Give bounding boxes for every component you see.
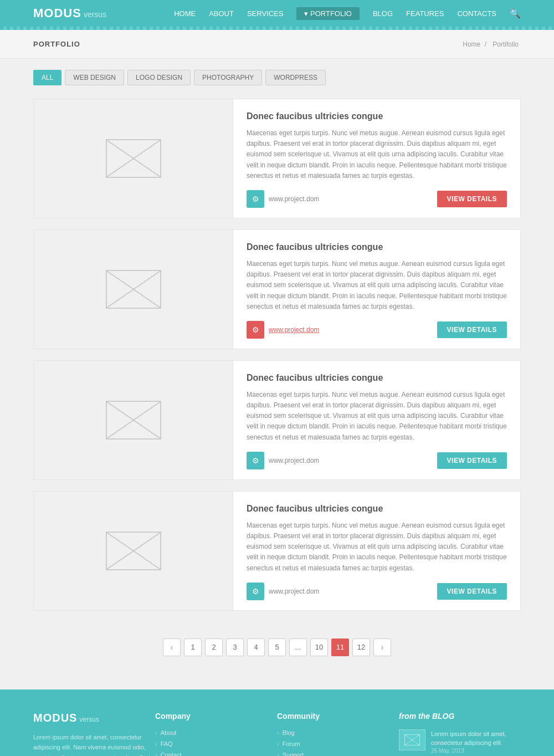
portfolio-content: Donec faucibus ultricies congue Maecenas…: [233, 492, 520, 610]
item-footer: ⚙ www.project.dom VIEW DETAILS: [247, 321, 507, 339]
footer-col-community: Community Blog Forum Support Newsletter: [277, 712, 399, 756]
item-desc: Maecenas eget turpis turpis. Nunc vel me…: [247, 128, 507, 181]
pagination-page-4[interactable]: 4: [247, 638, 265, 656]
image-placeholder: [106, 532, 161, 570]
image-placeholder: [106, 139, 161, 178]
nav-contacts[interactable]: CONTACTS: [457, 9, 496, 18]
logo-modus: MODUS: [33, 6, 81, 21]
item-footer: ⚙ www.project.dom VIEW DETAILS: [247, 583, 507, 600]
pagination-page-2[interactable]: 2: [205, 638, 223, 656]
nav-about[interactable]: ABOUT: [209, 9, 234, 18]
footer-blog-link[interactable]: Blog: [277, 729, 399, 736]
nav-portfolio[interactable]: ▾ PORTFOLIO: [296, 7, 360, 20]
footer-logo-versus: versus: [79, 716, 99, 723]
filter-wordpress[interactable]: WORDPRESS: [265, 70, 326, 85]
footer-col-company: Company About FAQ Contact Terms Privacy …: [155, 712, 277, 756]
portfolio-item: Donec faucibus ultricies congue Maecenas…: [33, 360, 521, 480]
filter-tabs: ALL WEB DESIGN LOGO DESIGN PHOTOGRAPHY W…: [33, 70, 521, 85]
footer-company-list: About FAQ Contact Terms Privacy Testimon…: [155, 729, 277, 756]
pagination-page-1[interactable]: 1: [184, 638, 202, 656]
footer-faq[interactable]: FAQ: [155, 740, 277, 747]
portfolio-image: [34, 99, 233, 218]
breadcrumb-home[interactable]: Home: [463, 40, 480, 48]
footer-col-blog: from the BLOG Lorem ipsum dolor sit amet…: [399, 712, 521, 756]
view-details-button[interactable]: VIEW DETAILS: [437, 452, 507, 469]
item-desc: Maecenas eget turpis turpis. Nunc vel me…: [247, 259, 507, 312]
footer: MODUS versus Lorem ipsum dolor sit amet,…: [0, 689, 554, 756]
nav-services[interactable]: SERVICES: [247, 9, 284, 18]
blog-item-date: 26 May, 2013: [431, 748, 521, 754]
footer-blog-title: from the BLOG: [399, 712, 521, 721]
pagination: ‹ 1 2 3 4 5 ... 10 11 12 ›: [33, 622, 521, 667]
view-details-button[interactable]: VIEW DETAILS: [437, 583, 507, 600]
portfolio-item: Donec faucibus ultricies congue Maecenas…: [33, 99, 521, 218]
pagination-page-3[interactable]: 3: [226, 638, 244, 656]
footer-company-title: Company: [155, 712, 277, 721]
main-content: ALL WEB DESIGN LOGO DESIGN PHOTOGRAPHY W…: [0, 59, 554, 689]
item-title: Donec faucibus ultricies congue: [247, 111, 507, 121]
page-title: PORTFOLIO: [33, 40, 80, 48]
footer-about[interactable]: About: [155, 729, 277, 736]
header: MODUS versus HOME ABOUT SERVICES ▾ PORTF…: [0, 0, 554, 27]
logo-versus: versus: [84, 10, 106, 19]
portfolio-image: [34, 492, 233, 610]
blog-item-text: Lorem ipsum dolor sit amet, consectetur …: [431, 729, 521, 748]
item-url: www.project.dom: [269, 195, 319, 203]
item-desc: Maecenas eget turpis turpis. Nunc vel me…: [247, 520, 507, 574]
portfolio-image: [34, 230, 233, 349]
filter-photography[interactable]: PHOTOGRAPHY: [194, 70, 262, 85]
breadcrumb: Home / Portifolio: [463, 40, 521, 48]
nav-home[interactable]: HOME: [174, 9, 196, 18]
link-icon: ⚙: [247, 321, 264, 339]
search-icon[interactable]: 🔍: [510, 8, 521, 19]
nav-features[interactable]: FEATURES: [406, 9, 444, 18]
item-link-wrap: ⚙ www.project.dom: [247, 452, 319, 469]
nav-blog[interactable]: BLOG: [373, 9, 393, 18]
footer-support[interactable]: Support: [277, 752, 399, 756]
breadcrumb-bar: PORTFOLIO Home / Portifolio: [0, 30, 554, 59]
item-url-red[interactable]: www.project.dom: [269, 326, 319, 334]
pagination-page-12[interactable]: 12: [352, 638, 370, 656]
item-footer: ⚙ www.project.dom VIEW DETAILS: [247, 190, 507, 208]
portfolio-content: Donec faucibus ultricies congue Maecenas…: [233, 230, 520, 349]
filter-webdesign[interactable]: WEB DESIGN: [65, 70, 124, 85]
link-icon: ⚙: [247, 190, 264, 208]
breadcrumb-separator: /: [485, 40, 486, 48]
portfolio-content: Donec faucibus ultricies congue Maecenas…: [233, 99, 520, 218]
filter-all[interactable]: ALL: [33, 70, 61, 85]
image-placeholder: [106, 270, 161, 309]
filter-logodesign[interactable]: LOGO DESIGN: [127, 70, 191, 85]
item-title: Donec faucibus ultricies congue: [247, 504, 507, 514]
pagination-prev[interactable]: ‹: [163, 638, 181, 656]
main-nav: HOME ABOUT SERVICES ▾ PORTFOLIO BLOG FEA…: [174, 7, 521, 20]
item-link-wrap: ⚙ www.project.dom: [247, 321, 319, 339]
footer-logo-modus: MODUS: [33, 712, 77, 724]
view-details-button[interactable]: VIEW DETAILS: [437, 191, 507, 207]
item-url: www.project.dom: [269, 588, 319, 595]
link-icon: ⚙: [247, 452, 264, 469]
portfolio-content: Donec faucibus ultricies congue Maecenas…: [233, 361, 520, 479]
pagination-next[interactable]: ›: [373, 638, 391, 656]
item-footer: ⚙ www.project.dom VIEW DETAILS: [247, 452, 507, 469]
pagination-page-10[interactable]: 10: [310, 638, 328, 656]
item-desc: Maecenas eget turpis turpis. Nunc vel me…: [247, 390, 507, 443]
item-link-wrap: ⚙ www.project.dom: [247, 583, 319, 600]
pagination-page-11[interactable]: 11: [331, 638, 349, 656]
blog-thumb: [399, 729, 425, 750]
logo[interactable]: MODUS versus: [33, 6, 106, 21]
footer-community-list: Blog Forum Support Newsletter: [277, 729, 399, 756]
blog-item-content: Lorem ipsum dolor sit amet, consectetur …: [431, 729, 521, 754]
footer-blog-item: Lorem ipsum dolor sit amet, consectetur …: [399, 729, 521, 754]
portfolio-item: Donec faucibus ultricies congue Maecenas…: [33, 229, 521, 349]
breadcrumb-current: Portifolio: [493, 40, 519, 48]
footer-community-title: Community: [277, 712, 399, 721]
footer-contact[interactable]: Contact: [155, 752, 277, 756]
footer-desc: Lorem ipsum dolor sit amet, consectetur …: [33, 732, 155, 756]
item-title: Donec faucibus ultricies congue: [247, 242, 507, 252]
footer-forum[interactable]: Forum: [277, 740, 399, 747]
portfolio-item: Donec faucibus ultricies congue Maecenas…: [33, 491, 521, 611]
pagination-page-5[interactable]: 5: [268, 638, 286, 656]
view-details-button[interactable]: VIEW DETAILS: [437, 321, 507, 338]
link-icon: ⚙: [247, 583, 264, 600]
blog-thumb-inner: [404, 734, 420, 745]
